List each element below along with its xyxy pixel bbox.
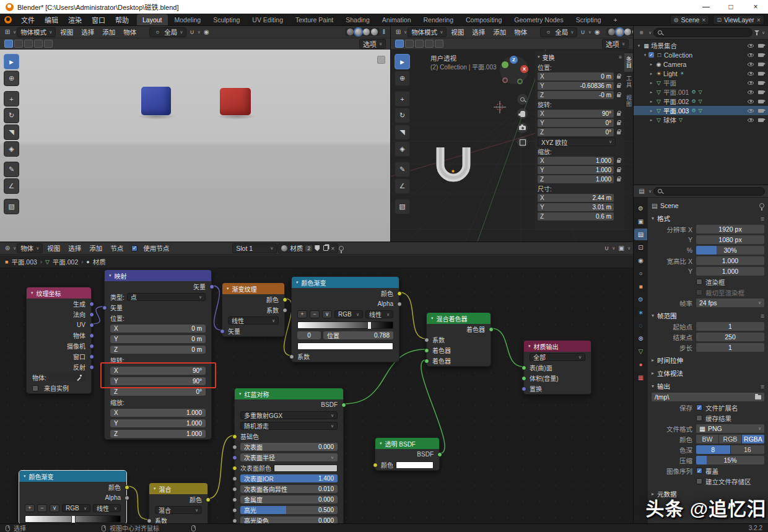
stop-color-swatch[interactable]	[297, 342, 393, 350]
collapse-arrow-icon[interactable]: ▾	[380, 441, 382, 446]
node-header[interactable]: ▾透明 BSDF	[375, 438, 439, 449]
npanel-tab-视图[interactable]: 视图	[624, 92, 633, 110]
node-slider-field[interactable]: 次表面IOR1.400	[240, 474, 338, 482]
output-socket[interactable]	[397, 291, 402, 296]
breadcrumb-item[interactable]: 平面.002	[53, 257, 78, 266]
transform-Y-field[interactable]: Y3.01 m	[538, 203, 614, 211]
npanel-tab-条目[interactable]: 条目	[624, 53, 633, 72]
node-value-field[interactable]: 金属度0.000	[240, 495, 338, 504]
close-icon[interactable]: ×	[702, 16, 705, 24]
select-mode-option-2[interactable]	[415, 40, 424, 48]
collapse-arrow-icon[interactable]: ▾	[154, 486, 156, 491]
annotate-tool-button[interactable]: ✎	[4, 162, 19, 177]
close-icon[interactable]: ×	[757, 16, 761, 24]
panel-menu-icon[interactable]: ≡	[761, 215, 764, 222]
collapse-arrow-icon[interactable]: ▾	[24, 474, 26, 479]
input-socket[interactable]	[232, 487, 237, 492]
folder-icon[interactable]	[755, 395, 761, 399]
breadcrumb-item[interactable]: 材质	[93, 257, 106, 266]
unlink-icon[interactable]: ×	[331, 245, 334, 252]
editor-type-icon[interactable]: ▤	[637, 187, 647, 196]
editor-type-icon[interactable]: ≡	[637, 28, 647, 37]
cursor-tool-button[interactable]: ⊕	[395, 71, 410, 86]
workspace-tab-Sculpting[interactable]: Sculpting	[207, 14, 245, 25]
output-socket[interactable]	[89, 302, 94, 307]
orientation-dropdown[interactable]: ○全局∨	[540, 27, 577, 37]
transform-X-field[interactable]: X0 m	[538, 72, 614, 81]
hide-in-viewport-toggle[interactable]	[748, 44, 754, 48]
node-mix-shader[interactable]: ▾混合着色器着色器系数着色器着色器	[426, 312, 491, 367]
collection-checkbox[interactable]: ✓	[648, 52, 654, 58]
mode-dropdown[interactable]: 物体模式∨	[408, 27, 447, 37]
outliner-row-平面.003[interactable]: ▸▽平面.003⚙▽	[634, 106, 768, 115]
shading-solid-icon[interactable]	[355, 28, 362, 35]
properties-tab-output[interactable]: ▤	[634, 229, 647, 240]
blue-cube-object[interactable]	[141, 87, 171, 115]
expand-arrow-icon[interactable]: ▸	[648, 99, 655, 104]
node-value-field[interactable]: Y1.000	[110, 419, 206, 427]
properties-tab-view-layer[interactable]: ⊡	[634, 242, 647, 253]
menu-物体[interactable]: 物体	[510, 27, 531, 37]
pin-icon[interactable]	[339, 246, 344, 251]
transform-Z-field[interactable]: Z0.6 m	[538, 212, 614, 220]
node-value-field[interactable]: Z0 m	[110, 346, 206, 354]
output-socket[interactable]	[489, 327, 494, 332]
output-socket[interactable]	[89, 344, 94, 349]
color-mode-dropdown[interactable]: RGB∨	[334, 310, 363, 318]
disable-in-renders-toggle[interactable]	[758, 63, 764, 66]
disable-in-renders-toggle[interactable]	[758, 44, 764, 48]
node-slider-field[interactable]: 高光0.500	[240, 506, 338, 514]
node-header[interactable]: ▾颜色渐变	[19, 471, 126, 482]
output-socket[interactable]	[124, 495, 129, 500]
select-mode-option-3[interactable]	[425, 40, 434, 48]
material-selector[interactable]: 材质2×	[277, 243, 338, 253]
lock-icon[interactable]	[617, 122, 621, 125]
panel-header-格式[interactable]: ▾格式≡	[652, 213, 764, 224]
lock-icon[interactable]	[617, 131, 621, 134]
node-mix-rgb[interactable]: ▾混合颜色混合∨系数	[149, 482, 208, 523]
viewport-left-canvas[interactable]: ►⊕+↻◥◈✎∠▧	[0, 50, 390, 242]
input-socket[interactable]	[521, 365, 526, 370]
segment-8[interactable]: 8	[696, 445, 730, 454]
menu-视图[interactable]: 视图	[56, 27, 77, 37]
transform-Z-field[interactable]: Z1.000	[538, 175, 614, 183]
menu-选择[interactable]: 选择	[468, 27, 489, 37]
disable-in-renders-toggle[interactable]	[758, 81, 764, 85]
move-tool-button[interactable]: +	[395, 91, 410, 107]
workspace-tab-Scripting[interactable]: Scripting	[570, 14, 607, 25]
expand-arrow-icon[interactable]: ▾	[642, 53, 648, 58]
ramp-stop-handle[interactable]	[71, 515, 76, 523]
snap-magnet-icon[interactable]: ∪	[602, 245, 611, 251]
disable-in-renders-toggle[interactable]	[758, 53, 764, 57]
menu-帮助[interactable]: 帮助	[110, 14, 134, 26]
node-dropdown[interactable]: 随机游走∨	[240, 422, 338, 430]
properties-tab-texture[interactable]: ▦	[634, 372, 647, 383]
hide-in-viewport-toggle[interactable]	[748, 90, 754, 94]
value-field[interactable]: 1.000	[696, 256, 764, 265]
segment-RGB[interactable]: RGB	[719, 435, 741, 443]
expand-arrow-icon[interactable]: ▸	[648, 90, 655, 95]
outliner-row-平面.002[interactable]: ▸▽平面.002⚙▽	[634, 97, 768, 106]
output-socket[interactable]	[89, 312, 94, 317]
eyedropper-icon[interactable]	[76, 375, 82, 380]
collapse-arrow-icon[interactable]: ▾	[109, 273, 111, 278]
lock-icon[interactable]	[617, 94, 621, 97]
close-button[interactable]: ×	[743, 0, 768, 14]
panel-header-帧范围[interactable]: ▾帧范围≡	[652, 310, 764, 321]
checkbox-文件扩展名[interactable]: ✓	[696, 404, 702, 411]
use-nodes-checkbox[interactable]: ✓	[131, 245, 137, 251]
output-socket[interactable]	[89, 323, 94, 328]
menu-编辑[interactable]: 编辑	[40, 14, 63, 26]
input-socket[interactable]	[424, 348, 429, 353]
select-mode-option-1[interactable]	[14, 40, 23, 48]
mode-dropdown[interactable]: 物体模式∨	[17, 27, 56, 37]
red-cube-object[interactable]	[220, 88, 251, 115]
hide-in-viewport-toggle[interactable]	[748, 63, 754, 66]
lock-icon[interactable]	[617, 160, 621, 163]
node-header[interactable]: ▾红蓝对称	[235, 388, 343, 399]
input-socket[interactable]	[102, 305, 107, 310]
checkbox-渲染框[interactable]	[696, 279, 702, 285]
workspace-tab-Animation[interactable]: Animation	[377, 14, 417, 25]
node-color-ramp-top[interactable]: ▾颜色渐变颜色Alpha+−∨RGB∨线性∨0位置0.788系数	[291, 276, 399, 362]
transform-X-field[interactable]: X90°	[538, 110, 614, 118]
